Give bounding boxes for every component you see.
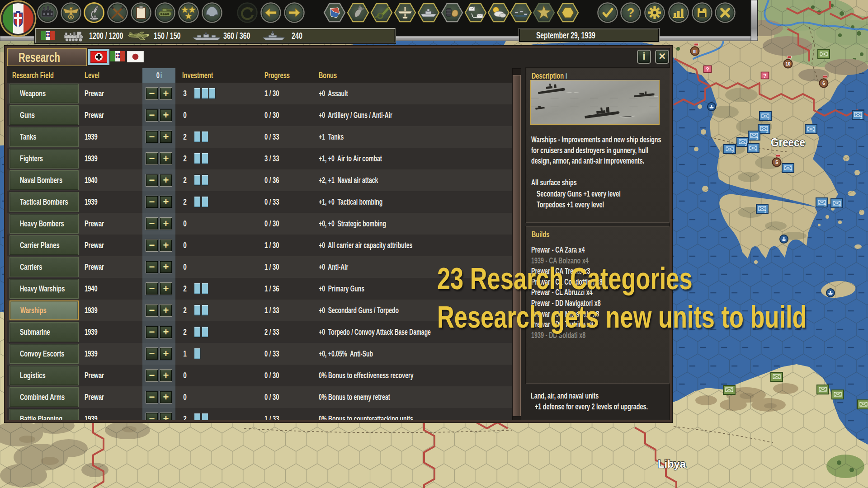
statistics-button[interactable] [669, 3, 689, 23]
increase-investment-button[interactable]: + [160, 391, 172, 404]
decrease-investment-button[interactable]: − [146, 196, 158, 208]
increase-investment-button[interactable]: + [160, 174, 172, 187]
decrease-investment-button[interactable]: − [146, 131, 158, 143]
close-game-button[interactable] [716, 3, 735, 23]
research-field-warships[interactable]: Warships [9, 300, 79, 320]
research-button[interactable] [85, 3, 104, 23]
increase-investment-button[interactable]: + [160, 369, 172, 382]
research-field-fighters[interactable]: Fighters [9, 149, 79, 169]
research-field-naval-bombers[interactable]: Naval Bombers [9, 170, 79, 190]
decrease-investment-button[interactable]: − [146, 217, 158, 230]
increase-investment-button[interactable]: + [160, 282, 172, 295]
description-panel: Description i [526, 68, 670, 223]
help-button[interactable]: ? [621, 3, 641, 23]
supply-button[interactable] [442, 4, 462, 22]
weather-button[interactable] [488, 4, 509, 22]
research-field-heavy-warships[interactable]: Heavy Warships [9, 279, 79, 299]
panel-close-button[interactable]: × [655, 50, 669, 64]
decrease-investment-button[interactable]: − [146, 261, 158, 273]
level-value: 1939 [85, 148, 104, 169]
decrease-investment-button[interactable]: − [146, 391, 158, 404]
naval-button[interactable] [418, 4, 439, 22]
increase-investment-button[interactable]: + [160, 239, 172, 252]
research-field-battle-planning[interactable]: Battle Planning [9, 409, 79, 420]
increase-investment-button[interactable]: + [160, 152, 172, 165]
decrease-investment-button[interactable]: − [146, 239, 158, 252]
progress-value: 0 / 33 [264, 191, 286, 213]
svg-text:10: 10 [785, 61, 791, 66]
warship-icon [262, 31, 285, 42]
confirm-button[interactable] [598, 3, 618, 23]
decrease-investment-button[interactable]: − [146, 413, 158, 420]
investment-chit [202, 131, 208, 142]
research-row-weapons: WeaponsPrewar−+31 / 30+0 Assault [7, 83, 519, 104]
research-field-carriers[interactable]: Carriers [9, 257, 79, 277]
increase-investment-button[interactable]: + [160, 261, 172, 273]
artillery-button[interactable] [371, 4, 392, 22]
investment-value: 3 [181, 83, 189, 104]
research-field-combined-arms[interactable]: Combined Arms [9, 387, 79, 407]
purchase-button[interactable] [156, 3, 175, 23]
increase-investment-button[interactable]: + [160, 217, 172, 230]
elite-units-button[interactable] [179, 3, 198, 23]
aircraft-button[interactable] [395, 4, 415, 22]
flag-tab-germany[interactable] [90, 51, 107, 63]
increase-investment-button[interactable]: + [160, 109, 172, 122]
italy-emblem[interactable] [0, 1, 36, 36]
increase-investment-button[interactable]: + [160, 196, 172, 208]
scrollbar-thumb[interactable] [513, 75, 521, 416]
hex-overlay-button[interactable] [557, 4, 578, 22]
previous-button[interactable] [261, 3, 281, 23]
decrease-investment-button[interactable]: − [146, 152, 158, 165]
save-button[interactable] [693, 3, 712, 23]
decrease-investment-button[interactable]: − [146, 347, 158, 360]
decrease-investment-button[interactable]: − [146, 304, 158, 317]
increase-investment-button[interactable]: + [160, 326, 172, 338]
increase-investment-button[interactable]: + [160, 347, 172, 360]
elite-hex-button[interactable] [533, 4, 554, 22]
research-field-submarine[interactable]: Submarine [9, 322, 79, 342]
increase-investment-button[interactable]: + [160, 413, 172, 420]
bonus-value: +0 Assault [319, 83, 362, 104]
investment-chit [194, 305, 200, 315]
naval-points: 360 / 360 [223, 29, 250, 42]
research-field-carrier-planes[interactable]: Carrier Planes [9, 235, 79, 255]
decrease-investment-button[interactable]: − [146, 174, 158, 187]
flag-tab-italy[interactable] [110, 51, 125, 61]
operations-button[interactable] [203, 3, 222, 23]
increase-investment-button[interactable]: + [160, 87, 172, 100]
convoys-button[interactable] [510, 4, 531, 22]
panel-info-button[interactable]: i [637, 50, 651, 64]
reports-button[interactable] [132, 3, 151, 23]
research-field-tactical-bombers[interactable]: Tactical Bombers [9, 192, 79, 212]
settings-button[interactable] [645, 3, 665, 23]
decrease-investment-button[interactable]: − [146, 87, 158, 100]
next-button[interactable] [285, 3, 304, 23]
increase-investment-button[interactable]: + [160, 131, 172, 143]
strategic-bombing-button[interactable] [348, 4, 368, 22]
transfer-orders-button[interactable] [465, 4, 486, 22]
government-button[interactable] [61, 3, 81, 23]
col-research-field: Research Field [12, 68, 54, 83]
map-mode-button[interactable] [324, 4, 345, 22]
research-field-logistics[interactable]: Logistics [9, 366, 79, 385]
decrease-investment-button[interactable]: − [146, 109, 158, 122]
increase-investment-button[interactable]: + [160, 304, 172, 317]
flag-tab-japan[interactable] [127, 51, 144, 62]
decrease-investment-button[interactable]: − [146, 282, 158, 295]
investment-value: 2 [181, 300, 189, 321]
map-label-greece: Greece [771, 136, 805, 149]
investment-chit [202, 197, 208, 207]
col-level: Level [85, 68, 99, 83]
production-button[interactable] [38, 3, 57, 23]
units-button[interactable] [108, 3, 127, 23]
research-field-heavy-bombers[interactable]: Heavy Bombers [9, 214, 79, 234]
undo-button[interactable] [238, 3, 257, 23]
research-field-tanks[interactable]: Tanks [9, 127, 79, 147]
decrease-investment-button[interactable]: − [146, 326, 158, 338]
research-field-weapons[interactable]: Weapons [9, 84, 79, 103]
research-field-convoy-escorts[interactable]: Convoy Escorts [9, 344, 79, 364]
marketing-text-line1: 23 Resarch Categories [437, 263, 769, 294]
research-field-guns[interactable]: Guns [9, 105, 79, 125]
decrease-investment-button[interactable]: − [146, 369, 158, 382]
